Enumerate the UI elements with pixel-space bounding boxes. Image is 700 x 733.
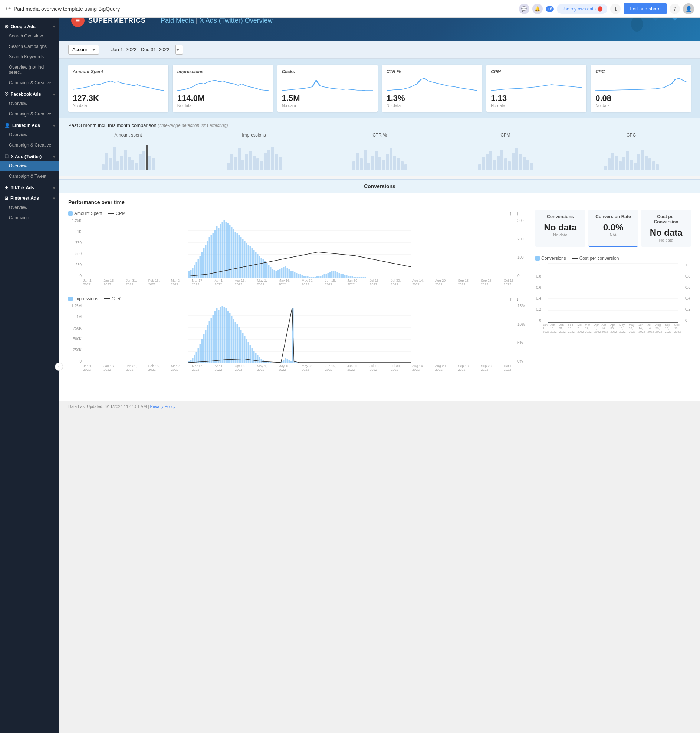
svg-rect-54 — [268, 265, 270, 278]
svg-rect-97 — [348, 276, 350, 278]
sidebar-item-pi-campaign[interactable]: Campaign — [0, 213, 59, 223]
notification-icon-1[interactable]: 💬 — [519, 4, 529, 14]
legend-ctr: CTR — [104, 296, 121, 301]
conv-metric-sub-cost-conv: No data — [646, 238, 687, 242]
sidebar-item-pi-overview[interactable]: Overview — [0, 202, 59, 213]
kpi-label-clicks: Clicks — [282, 69, 373, 74]
svg-rect-148 — [209, 321, 210, 364]
kpi-cpc: CPC 0.08 No data — [591, 65, 691, 112]
svg-rect-144 — [201, 339, 203, 364]
sidebar-item-search-overview[interactable]: Search Overview — [0, 31, 59, 41]
svg-rect-66 — [290, 271, 292, 278]
x-axis-conv: Jan 1,2022Jan 16,2022Jan 31,2022Feb 15,2… — [535, 323, 691, 333]
chart-amount-spent-cpm: Amount Spent CPM ↑ ↓ ⋮ — [68, 210, 529, 286]
svg-rect-34 — [231, 227, 232, 278]
sidebar-group-google-ads[interactable]: ⊙ Google Ads ▾ — [0, 21, 59, 31]
conv-metric-conversions: Conversions No data No data — [535, 210, 585, 247]
chart-2-more-button[interactable]: ⋮ — [523, 295, 529, 302]
sidebar-item-campaign-creative-google[interactable]: Campaign & Creative — [0, 78, 59, 88]
conv-metric-value-conversions: No data — [540, 222, 581, 233]
svg-rect-120 — [391, 278, 392, 278]
chevron-down-icon-5: ▾ — [53, 186, 55, 190]
chart-header-2: Impressions CTR ↑ ↓ ⋮ — [68, 295, 529, 302]
help-button[interactable]: ? — [669, 4, 680, 14]
sidebar-item-fb-overview[interactable]: Overview — [0, 99, 59, 109]
svg-rect-38 — [238, 235, 240, 278]
svg-rect-110 — [372, 278, 374, 278]
chart-2-down-button[interactable]: ↓ — [516, 295, 520, 302]
sidebar-group-tiktok-ads[interactable]: ★ TikTok Ads ▾ — [0, 182, 59, 192]
svg-rect-36 — [235, 232, 236, 278]
main-content: ≡ SUPERMETRICS Paid Media | X Ads (Twitt… — [59, 0, 700, 401]
kpi-value-cpm: 1.13 — [491, 94, 582, 103]
svg-rect-125 — [400, 278, 401, 278]
legend-line-cpm — [108, 213, 114, 214]
y-axis-right-1: 300 200 100 0 — [516, 219, 529, 278]
chart-controls-2: ↑ ↓ ⋮ — [509, 295, 529, 302]
svg-rect-25 — [215, 230, 216, 278]
sidebar-item-x-campaign-tweet[interactable]: Campaign & Tweet — [0, 171, 59, 181]
svg-rect-24 — [213, 233, 214, 278]
legend-cost-conv: Cost per conversion — [572, 256, 619, 261]
chart-up-button[interactable]: ↑ — [509, 210, 513, 217]
svg-rect-85 — [326, 274, 327, 278]
chart-down-button[interactable]: ↓ — [516, 210, 520, 217]
info-button[interactable]: ℹ — [610, 4, 621, 14]
pinterest-ads-icon: ⊡ — [4, 196, 8, 201]
avatar[interactable]: 👤 — [683, 3, 694, 15]
topbar: ⟳ Paid media overview template using Big… — [0, 0, 700, 18]
svg-rect-86 — [328, 273, 329, 278]
chart-2-wrapper: 1.25M 1M 750K 500K 250K 0 — [68, 304, 529, 364]
notification-icon-2[interactable]: 🔔 — [532, 4, 543, 14]
date-range-select[interactable] — [175, 44, 183, 54]
sidebar-group-facebook-ads[interactable]: ♡ Facebook Ads ▾ — [0, 89, 59, 99]
use-own-data-button[interactable]: Use my own data 🔴 — [557, 4, 607, 14]
kpi-sparkline-impressions — [177, 77, 269, 91]
svg-rect-90 — [335, 271, 337, 278]
account-select[interactable]: Account — [68, 44, 99, 54]
facebook-ads-icon: ♡ — [4, 92, 9, 97]
svg-rect-61 — [281, 268, 283, 278]
kpi-sub-clicks: No data — [282, 103, 373, 107]
svg-rect-74 — [305, 276, 307, 278]
privacy-policy-link[interactable]: Privacy Policy — [150, 404, 175, 409]
svg-rect-112 — [376, 278, 377, 278]
sidebar-item-search-campaigns[interactable]: Search Campaigns — [0, 41, 59, 52]
svg-rect-22 — [209, 237, 210, 278]
bar-chart-mini-amount-spent — [68, 141, 188, 170]
svg-rect-101 — [355, 277, 357, 278]
sidebar-collapse-button[interactable]: ‹ — [55, 363, 63, 371]
svg-rect-69 — [296, 273, 297, 278]
sidebar-item-li-campaign-creative[interactable]: Campaign & Creative — [0, 140, 59, 150]
sidebar-group-x-ads[interactable]: ☐ X Ads (Twitter) ▾ — [0, 151, 59, 161]
y-axis-conv-right: 1 0.8 0.6 0.4 0.2 0 — [684, 263, 691, 322]
sidebar-item-x-overview[interactable]: Overview — [0, 161, 59, 171]
svg-rect-124 — [398, 278, 400, 278]
svg-rect-58 — [276, 271, 277, 278]
edit-share-button[interactable]: Edit and share — [624, 3, 667, 15]
svg-rect-142 — [198, 349, 199, 364]
svg-rect-44 — [250, 246, 251, 278]
chart-more-button[interactable]: ⋮ — [523, 210, 529, 217]
svg-rect-181 — [270, 362, 272, 364]
chart-2-up-button[interactable]: ↑ — [509, 295, 513, 302]
sidebar-item-li-overview[interactable]: Overview — [0, 130, 59, 140]
sidebar-section-tiktok: ★ TikTok Ads ▾ — [0, 182, 59, 192]
sidebar-group-linkedin-ads[interactable]: 👤 LinkedIn Ads ▾ — [0, 120, 59, 130]
controls-bar: Account Jan 1, 2022 - Dec 31, 2022 — [59, 41, 700, 59]
sidebar-group-pinterest-ads[interactable]: ⊡ Pinterest Ads ▾ — [0, 193, 59, 202]
kpi-sub-impressions: No data — [177, 103, 269, 107]
sidebar-item-overview-not-incl[interactable]: Overview (not incl. searc... — [0, 62, 59, 78]
svg-rect-176 — [261, 359, 262, 364]
sidebar-item-search-keywords[interactable]: Search Keywords — [0, 52, 59, 62]
divider — [105, 45, 105, 54]
svg-rect-175 — [259, 357, 260, 364]
sidebar-section-x-ads: ☐ X Ads (Twitter) ▾ Overview Campaign & … — [0, 151, 59, 181]
svg-rect-63 — [285, 266, 286, 278]
kpi-value-ctr: 1.3% — [387, 94, 478, 103]
svg-rect-51 — [263, 259, 264, 278]
svg-rect-95 — [344, 275, 346, 278]
sidebar-item-fb-campaign-creative[interactable]: Campaign & Creative — [0, 109, 59, 119]
kpi-grid: Amount Spent 127.3K No data Impressions … — [68, 65, 691, 112]
conversion-metrics: Conversions No data No data Conversion R… — [535, 210, 691, 247]
